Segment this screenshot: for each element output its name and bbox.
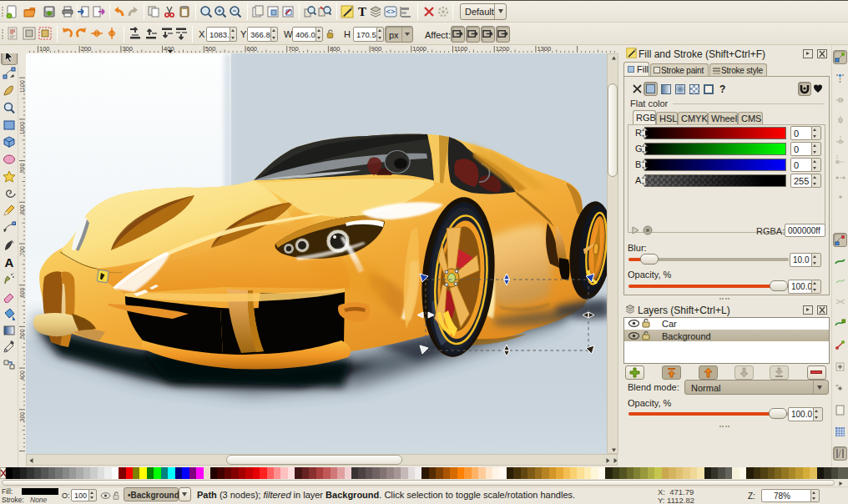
- svg-text:600: 600: [19, 288, 25, 298]
- svg-text:A: A: [5, 255, 14, 269]
- svg-text:1000: 1000: [19, 122, 25, 135]
- svg-text:900: 900: [19, 164, 25, 174]
- svg-text:<>: <>: [386, 8, 396, 17]
- svg-text:300: 300: [122, 45, 133, 53]
- svg-text:300: 300: [19, 412, 25, 422]
- svg-text:100: 100: [39, 45, 50, 53]
- svg-text:1200: 1200: [496, 45, 510, 53]
- svg-text:700: 700: [288, 45, 299, 53]
- svg-text:700: 700: [19, 246, 25, 256]
- svg-text:1100: 1100: [19, 80, 25, 93]
- svg-text:400: 400: [19, 370, 25, 381]
- svg-text:800: 800: [19, 204, 25, 214]
- svg-text:500: 500: [205, 45, 216, 53]
- svg-text:1300: 1300: [537, 45, 551, 53]
- svg-text:500: 500: [19, 329, 25, 339]
- svg-text:200: 200: [81, 45, 92, 53]
- svg-text:600: 600: [247, 45, 258, 53]
- svg-text:T: T: [358, 5, 366, 18]
- svg-text:1100: 1100: [454, 45, 467, 53]
- svg-text:1000: 1000: [412, 45, 427, 53]
- svg-text:900: 900: [371, 45, 382, 53]
- svg-text:800: 800: [330, 45, 341, 53]
